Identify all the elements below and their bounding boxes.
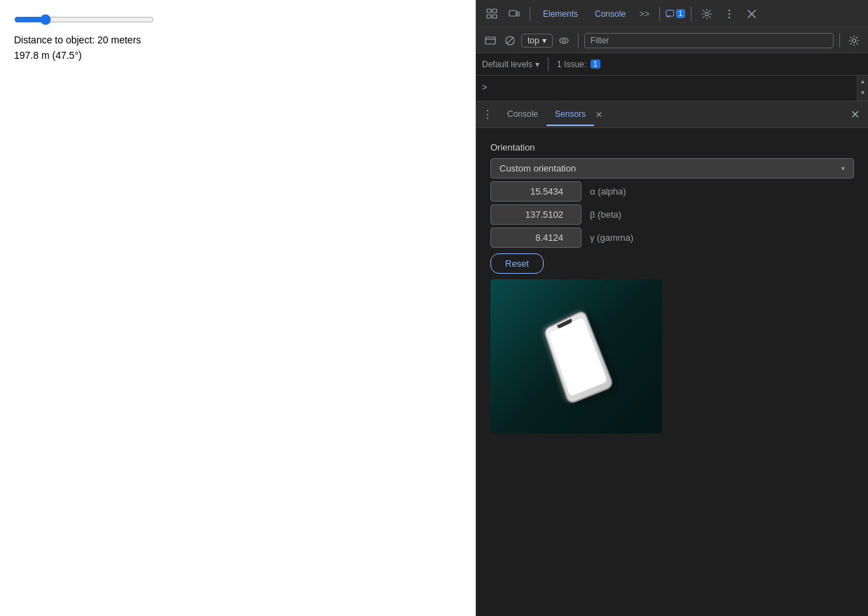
devtools-tab-row: ⋮ Console Sensors ✕ ✕ [476, 102, 868, 128]
svg-point-9 [729, 13, 730, 14]
console-prompt: > [482, 83, 487, 93]
phone-3d-model [543, 309, 614, 405]
webpage-content: Distance to object: 20 meters 197.8 m (4… [0, 0, 476, 616]
tab-sensors-close[interactable]: ✕ [595, 110, 602, 120]
scroll-down-button[interactable]: ▼ [857, 87, 869, 98]
svg-point-16 [563, 39, 565, 42]
filter-gear-separator [839, 34, 840, 48]
svg-point-10 [729, 16, 730, 18]
svg-line-14 [507, 37, 513, 43]
gear-icon[interactable] [697, 4, 717, 24]
svg-point-7 [705, 12, 709, 15]
sensors-panel-content: Orientation Custom orientation ▾ α (alph… [476, 128, 868, 616]
devtools-main-toolbar: Elements Console >> 1 [476, 0, 868, 28]
distance-text: Distance to object: 20 meters 197.8 m (4… [14, 32, 462, 64]
tab-console-drawer[interactable]: Console [499, 104, 546, 126]
gamma-input[interactable] [490, 227, 581, 248]
toolbar-separator-1 [530, 7, 530, 21]
tab-sensors[interactable]: Sensors [546, 104, 594, 126]
devtools-panel: Elements Console >> 1 [476, 0, 868, 616]
device-toggle-icon[interactable] [504, 4, 524, 24]
filter-separator [578, 34, 579, 48]
svg-rect-2 [487, 15, 491, 18]
alpha-row: α (alpha) [490, 181, 854, 202]
alpha-label: α (alpha) [590, 186, 626, 197]
svg-rect-0 [487, 9, 491, 13]
distance-label: Distance to object: 20 meters [14, 32, 462, 48]
slider-container [14, 14, 462, 25]
orientation-dropdown-chevron: ▾ [841, 164, 845, 172]
no-symbol-icon[interactable] [502, 32, 518, 49]
alpha-input[interactable] [490, 181, 581, 202]
toolbar-separator-2 [659, 7, 660, 21]
chat-icon[interactable]: 1 [666, 4, 685, 24]
distance-slider[interactable] [14, 14, 154, 25]
phone-body [543, 309, 614, 405]
drawer-close-button[interactable]: ✕ [848, 105, 862, 124]
frame-selector-chevron: ▾ [542, 36, 546, 46]
cursor-icon[interactable] [482, 4, 502, 24]
filter-settings-icon[interactable] [846, 32, 862, 49]
svg-rect-6 [666, 10, 674, 16]
issues-badge: 1 [591, 59, 600, 69]
more-vert-icon[interactable] [719, 4, 739, 24]
phone-screen [548, 317, 607, 397]
svg-rect-11 [485, 37, 495, 44]
levels-chevron-icon: ▾ [535, 59, 539, 69]
svg-point-8 [729, 9, 730, 10]
orientation-dropdown-label: Custom orientation [500, 163, 576, 174]
frame-selector[interactable]: top ▾ [521, 34, 553, 48]
toolbar-separator-3 [691, 7, 691, 21]
frame-toggle-icon[interactable] [482, 32, 499, 49]
tab-elements[interactable]: Elements [536, 6, 585, 22]
orientation-section-label: Orientation [490, 142, 854, 153]
svg-rect-1 [492, 9, 497, 13]
chat-badge: 1 [676, 9, 686, 18]
levels-separator [548, 57, 549, 71]
orientation-dropdown[interactable]: Custom orientation ▾ [490, 158, 854, 178]
coordinates-label: 197.8 m (47.5°) [14, 48, 462, 63]
issues-indicator: 1 Issue: 1 [557, 59, 600, 69]
tab-console[interactable]: Console [588, 6, 633, 22]
tab-more-dots[interactable]: ⋮ [482, 108, 499, 121]
phone-visualization [490, 279, 662, 433]
console-inner: > [476, 76, 857, 101]
frame-selector-label: top [528, 36, 539, 46]
console-scrollbar: ▲ ▼ [857, 76, 868, 101]
beta-input[interactable] [490, 204, 581, 225]
beta-row: β (beta) [490, 204, 854, 225]
filter-input[interactable] [584, 33, 834, 48]
default-levels-label: Default levels [482, 59, 532, 69]
svg-rect-5 [517, 12, 519, 16]
beta-label: β (beta) [590, 209, 621, 220]
more-tabs-button[interactable]: >> [635, 6, 654, 22]
issues-label: 1 Issue: [557, 59, 586, 69]
gamma-row: γ (gamma) [490, 227, 854, 248]
reset-button[interactable]: Reset [490, 253, 544, 274]
svg-point-17 [853, 38, 856, 42]
default-levels-button[interactable]: Default levels ▾ [482, 59, 539, 69]
scroll-up-button[interactable]: ▲ [857, 76, 869, 87]
console-output-area: > ▲ ▼ [476, 76, 868, 102]
devtools-context-bar: top ▾ [476, 28, 868, 53]
svg-rect-3 [492, 15, 497, 18]
gamma-label: γ (gamma) [590, 232, 633, 243]
orientation-section: Orientation Custom orientation ▾ α (alph… [490, 142, 854, 433]
eye-icon[interactable] [556, 32, 572, 49]
tab-sensors-label: Sensors [555, 109, 586, 119]
close-devtools-button[interactable] [742, 4, 762, 24]
devtools-levels-bar: Default levels ▾ 1 Issue: 1 [476, 53, 868, 76]
svg-rect-4 [509, 10, 516, 16]
svg-point-15 [560, 38, 568, 43]
